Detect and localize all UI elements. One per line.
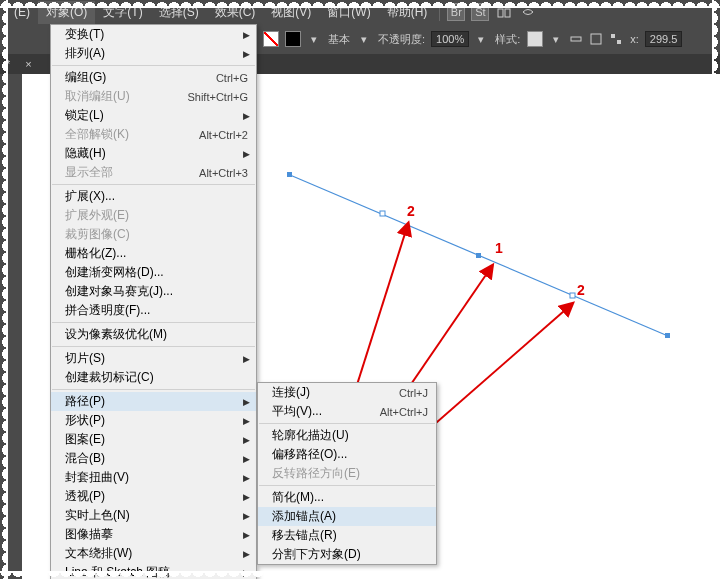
menu-edit[interactable]: (E) (6, 2, 38, 22)
separator (52, 389, 255, 390)
object-menu-item[interactable]: 封套扭曲(V)▶ (51, 468, 256, 487)
arrange-docs-icon[interactable] (495, 3, 513, 21)
object-menu-item[interactable]: 排列(A)▶ (51, 44, 256, 63)
menu-item-label: 排列(A) (65, 45, 248, 62)
menu-object[interactable]: 对象(O) (38, 1, 95, 24)
object-menu-item: 扩展外观(E) (51, 206, 256, 225)
shape-icon[interactable] (587, 30, 605, 48)
bridge-icon[interactable]: Br (447, 3, 465, 21)
object-menu-item[interactable]: 形状(P)▶ (51, 411, 256, 430)
menu-item-label: 路径(P) (65, 393, 248, 410)
menu-shortcut: Shift+Ctrl+G (187, 91, 248, 103)
object-menu-item[interactable]: 透视(P)▶ (51, 487, 256, 506)
menu-item-label: 轮廓化描边(U) (272, 427, 428, 444)
menu-item-label: 添加锚点(A) (272, 508, 428, 525)
path-submenu-item[interactable]: 平均(V)...Alt+Ctrl+J (258, 402, 436, 421)
chevron-down-icon[interactable]: ▾ (305, 30, 323, 48)
menu-item-label: 栅格化(Z)... (65, 245, 248, 262)
chevron-down-icon[interactable]: ▾ (472, 30, 490, 48)
object-menu-item[interactable]: 隐藏(H)▶ (51, 144, 256, 163)
menu-item-label: 扩展外观(E) (65, 207, 248, 224)
stock-icon[interactable]: St (471, 3, 489, 21)
menu-item-label: 偏移路径(O)... (272, 446, 428, 463)
object-menu-item: 显示全部Alt+Ctrl+3 (51, 163, 256, 182)
stroke-swatch[interactable] (285, 31, 301, 47)
separator (259, 423, 435, 424)
path-submenu-item[interactable]: 连接(J)Ctrl+J (258, 383, 436, 402)
menu-item-label: 创建裁切标记(C) (65, 369, 248, 386)
object-menu-item[interactable]: 实时上色(N)▶ (51, 506, 256, 525)
object-menu: 变换(T)▶排列(A)▶编组(G)Ctrl+G取消编组(U)Shift+Ctrl… (50, 24, 257, 579)
menu-view[interactable]: 视图(V) (263, 1, 319, 24)
menu-item-label: 反转路径方向(E) (272, 465, 428, 482)
opacity-value[interactable]: 100% (431, 31, 469, 47)
object-menu-item[interactable]: 图像描摹▶ (51, 525, 256, 544)
annotation-2a: 2 (407, 203, 415, 219)
submenu-arrow-icon: ▶ (243, 354, 250, 364)
submenu-arrow-icon: ▶ (243, 549, 250, 559)
path-submenu-item[interactable]: 轮廓化描边(U) (258, 426, 436, 445)
object-menu-item[interactable]: 创建裁切标记(C) (51, 368, 256, 387)
style-swatch[interactable] (527, 31, 543, 47)
submenu-arrow-icon: ▶ (243, 473, 250, 483)
style-label: 样式: (495, 32, 520, 47)
object-menu-item: 取消编组(U)Shift+Ctrl+G (51, 87, 256, 106)
submenu-arrow-icon: ▶ (243, 149, 250, 159)
submenu-arrow-icon: ▶ (243, 492, 250, 502)
menu-item-label: 隐藏(H) (65, 145, 248, 162)
object-menu-item[interactable]: 图案(E)▶ (51, 430, 256, 449)
object-menu-item[interactable]: 变换(T)▶ (51, 25, 256, 44)
object-menu-item[interactable]: 设为像素级优化(M) (51, 325, 256, 344)
object-menu-item[interactable]: 栅格化(Z)... (51, 244, 256, 263)
menu-item-label: 文本绕排(W) (65, 545, 248, 562)
object-menu-item[interactable]: 锁定(L)▶ (51, 106, 256, 125)
object-menu-item[interactable]: 编组(G)Ctrl+G (51, 68, 256, 87)
path-submenu-item[interactable]: 分割下方对象(D) (258, 545, 436, 564)
x-value[interactable]: 299.5 (645, 31, 683, 47)
menu-item-label: 封套扭曲(V) (65, 469, 248, 486)
menu-item-label: 裁剪图像(C) (65, 226, 248, 243)
menu-item-label: 形状(P) (65, 412, 248, 429)
menu-shortcut: Alt+Ctrl+2 (199, 129, 248, 141)
path-submenu-item[interactable]: 简化(M)... (258, 488, 436, 507)
menubar: (E) 对象(O) 文字(T) 选择(S) 效果(C) 视图(V) 窗口(W) … (0, 0, 720, 24)
path-submenu-item[interactable]: 添加锚点(A) (258, 507, 436, 526)
menu-type[interactable]: 文字(T) (95, 1, 150, 24)
menu-item-label: 创建渐变网格(D)... (65, 264, 248, 281)
chevron-down-icon[interactable]: ▾ (355, 30, 373, 48)
object-menu-item[interactable]: 扩展(X)... (51, 187, 256, 206)
menu-item-label: 透视(P) (65, 488, 248, 505)
submenu-arrow-icon: ▶ (243, 568, 250, 578)
submenu-arrow-icon: ▶ (243, 435, 250, 445)
object-menu-item[interactable]: 切片(S)▶ (51, 349, 256, 368)
menu-select[interactable]: 选择(S) (151, 1, 207, 24)
transform-icon[interactable] (607, 30, 625, 48)
object-menu-item[interactable]: 拼合透明度(F)... (51, 301, 256, 320)
object-menu-item[interactable]: 混合(B)▶ (51, 449, 256, 468)
toolbar[interactable] (0, 24, 22, 579)
object-menu-item[interactable]: 创建对象马赛克(J)... (51, 282, 256, 301)
submenu-arrow-icon: ▶ (243, 511, 250, 521)
chevron-down-icon[interactable]: ▾ (547, 30, 565, 48)
menu-item-label: 混合(B) (65, 450, 248, 467)
object-menu-item[interactable]: 文本绕排(W)▶ (51, 544, 256, 563)
path-submenu-item[interactable]: 偏移路径(O)... (258, 445, 436, 464)
object-menu-item[interactable]: Line 和 Sketch 图稿▶ (51, 563, 256, 579)
path-submenu: 连接(J)Ctrl+J平均(V)...Alt+Ctrl+J轮廓化描边(U)偏移路… (257, 382, 437, 565)
submenu-arrow-icon: ▶ (243, 416, 250, 426)
object-menu-item[interactable]: 路径(P)▶ (51, 392, 256, 411)
path-submenu-item[interactable]: 移去锚点(R) (258, 526, 436, 545)
menu-shortcut: Ctrl+J (399, 387, 428, 399)
separator (52, 346, 255, 347)
align-icon[interactable] (567, 30, 585, 48)
menu-item-label: 图案(E) (65, 431, 248, 448)
menu-help[interactable]: 帮助(H) (379, 1, 436, 24)
object-menu-item: 全部解锁(K)Alt+Ctrl+2 (51, 125, 256, 144)
menu-effect[interactable]: 效果(C) (207, 1, 264, 24)
menu-window[interactable]: 窗口(W) (319, 1, 378, 24)
object-menu-item[interactable]: 创建渐变网格(D)... (51, 263, 256, 282)
fill-swatch[interactable] (263, 31, 279, 47)
menu-item-label: 分割下方对象(D) (272, 546, 428, 563)
proof-icon[interactable] (519, 3, 537, 21)
doc-close-icon[interactable]: × (25, 58, 31, 70)
